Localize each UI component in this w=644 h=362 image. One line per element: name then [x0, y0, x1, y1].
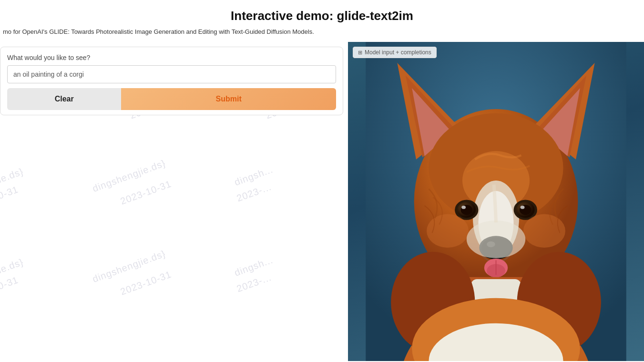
subtitle: mo for OpenAI's GLIDE: Towards Photoreal…: [0, 28, 324, 42]
watermark-text: 0-31: [0, 274, 20, 292]
watermark-text: 2023-...: [235, 272, 273, 295]
watermark-text: dingsh...: [233, 254, 275, 279]
input-card: What would you like to see? Clear Submit: [0, 47, 343, 115]
svg-point-19: [461, 206, 466, 209]
corgi-svg: [348, 42, 644, 361]
badge-icon: ⊞: [358, 50, 362, 56]
watermark-text: 2023-10-31: [119, 269, 173, 297]
submit-button[interactable]: Submit: [121, 88, 336, 110]
svg-point-23: [521, 206, 525, 209]
clear-button[interactable]: Clear: [7, 88, 121, 110]
watermark-text: 2023-...: [235, 181, 273, 204]
left-panel: dingshengjie.ds}2023-10-31dingshengjie.d…: [0, 42, 348, 361]
input-label: What would you like to see?: [7, 54, 336, 61]
svg-point-31: [467, 221, 525, 258]
corgi-canvas: [348, 42, 644, 361]
badge-label: Model input + completions: [365, 49, 431, 56]
watermark-text: dingshengjie.ds}: [91, 248, 167, 285]
watermark-text: dingsh...: [233, 164, 275, 188]
watermark-text: jie.ds}: [0, 256, 25, 276]
prompt-input[interactable]: [7, 65, 336, 83]
watermark-text: jie.ds}: [0, 166, 25, 186]
watermark-text: dingshengjie.ds}: [91, 158, 167, 194]
watermark-text: 0-31: [0, 184, 20, 201]
corgi-image-container: [348, 42, 644, 361]
model-input-badge: ⊞ Model input + completions: [353, 47, 437, 58]
right-panel: ⊞ Model input + completions: [348, 42, 644, 361]
page-title: Interactive demo: glide-text2im: [0, 0, 644, 28]
watermark-text: 2023-10-31: [119, 178, 173, 207]
